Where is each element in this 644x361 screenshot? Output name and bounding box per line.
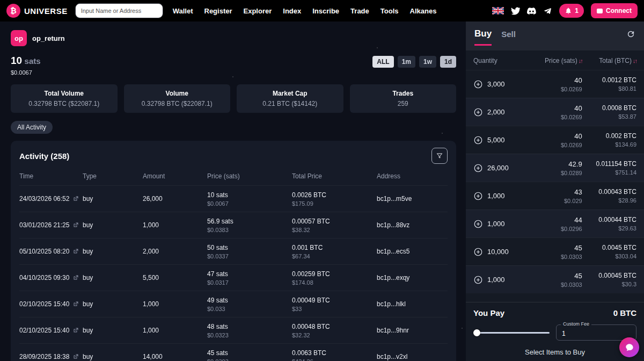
- external-link-icon[interactable]: [72, 222, 79, 228]
- nav-link-tools[interactable]: Tools: [380, 7, 399, 15]
- order-row[interactable]: 26,000 42.9$0.0289 0.011154 BTC$751.14: [466, 154, 644, 182]
- order-price: 43: [530, 188, 582, 196]
- you-pay-label: You Pay: [473, 308, 504, 317]
- activity-time: 02/10/2025 15:40: [19, 300, 69, 308]
- activity-type: buy: [83, 274, 143, 281]
- notification-badge[interactable]: 1: [559, 4, 584, 18]
- add-order-icon[interactable]: [473, 107, 483, 117]
- quantity-slider[interactable]: [473, 329, 550, 336]
- activity-amount: 14,000: [143, 353, 207, 360]
- activity-total: 0.001 BTC: [292, 244, 377, 251]
- all-activity-filter[interactable]: All Activity: [11, 121, 53, 134]
- add-order-icon[interactable]: [473, 163, 483, 173]
- order-price: 45: [530, 244, 582, 252]
- order-total-usd: $30.3: [582, 281, 636, 287]
- telegram-icon[interactable]: [543, 6, 552, 16]
- activity-address[interactable]: bc1p...ecs5: [377, 248, 448, 255]
- slider-track[interactable]: [473, 332, 550, 334]
- order-quantity: 1,000: [487, 276, 505, 284]
- order-quantity: 2,000: [487, 108, 505, 116]
- order-total: 0.00045 BTC: [582, 272, 636, 279]
- activity-type: buy: [83, 353, 143, 360]
- tab-sell[interactable]: Sell: [501, 28, 516, 39]
- external-link-icon[interactable]: [72, 353, 79, 360]
- search-input[interactable]: [75, 3, 163, 18]
- order-quantity: 26,000: [487, 164, 509, 172]
- activity-total-usd: $38.32: [292, 227, 377, 233]
- refresh-button[interactable]: [626, 28, 635, 40]
- timeframe-1w[interactable]: 1w: [419, 56, 436, 68]
- activity-address[interactable]: bc1p...88vz: [377, 221, 448, 229]
- add-order-icon[interactable]: [473, 191, 483, 201]
- external-link-icon[interactable]: [72, 301, 79, 307]
- chat-fab-button[interactable]: [619, 337, 639, 357]
- order-quantity: 1,000: [487, 220, 505, 228]
- connect-button[interactable]: Connect: [591, 3, 638, 18]
- notification-count: 1: [575, 7, 579, 15]
- order-total: 0.0008 BTC: [582, 104, 636, 112]
- tab-buy[interactable]: Buy: [474, 28, 492, 46]
- activity-type: buy: [83, 300, 143, 308]
- activity-price: 48 sats: [207, 323, 292, 330]
- activity-address[interactable]: bc1p...hlkl: [377, 300, 448, 308]
- stat-total-volume: Total Volume 0.32798 BTC ($22087.1): [11, 84, 118, 113]
- add-order-icon[interactable]: [473, 275, 483, 285]
- timeframe-all[interactable]: ALL: [372, 56, 393, 68]
- activity-total-usd: $175.09: [292, 200, 377, 207]
- nav-link-alkanes[interactable]: Alkanes: [410, 7, 437, 15]
- external-link-icon[interactable]: [72, 196, 79, 202]
- nav-link-explorer[interactable]: Explorer: [244, 7, 272, 15]
- external-link-icon[interactable]: [72, 275, 79, 281]
- activity-total: 0.00057 BTC: [292, 218, 377, 225]
- sort-total-icon[interactable]: ↓↑: [633, 57, 636, 64]
- order-price: 40: [530, 132, 582, 140]
- activity-total: 0.0026 BTC: [292, 191, 377, 199]
- order-row[interactable]: 2,000 40$0.0269 0.0008 BTC$53.87: [466, 98, 644, 126]
- order-row[interactable]: 1,000 44$0.0296 0.00044 BTC$29.63: [466, 210, 644, 237]
- activity-type: buy: [83, 248, 143, 255]
- filter-button[interactable]: [431, 148, 448, 164]
- external-link-icon[interactable]: [72, 248, 79, 255]
- nav-link-wallet[interactable]: Wallet: [173, 7, 193, 15]
- twitter-icon[interactable]: [511, 6, 520, 16]
- activity-total-usd: $67.34: [292, 253, 377, 259]
- order-row[interactable]: 1,000 43$0.029 0.00043 BTC$28.96: [466, 182, 644, 210]
- custom-fee-label: Custom Fee: [561, 321, 591, 327]
- order-price-usd: $0.0303: [530, 254, 582, 260]
- timeframe-1d[interactable]: 1d: [440, 56, 456, 68]
- activity-total-usd: $174.08: [292, 279, 377, 286]
- timeframe-1m[interactable]: 1m: [398, 56, 415, 68]
- add-order-icon[interactable]: [473, 80, 483, 89]
- brand[interactable]: ₿ UNIVERSE: [6, 4, 68, 18]
- nav-link-trade[interactable]: Trade: [350, 7, 369, 15]
- token-page: op op_return 10 sats $0.0067 ALL 1m 1w 1…: [0, 21, 466, 361]
- add-order-icon[interactable]: [473, 247, 483, 257]
- nav-link-index[interactable]: Index: [283, 7, 301, 15]
- order-row[interactable]: 3,000 40$0.0269 0.0012 BTC$80.81: [466, 70, 644, 98]
- order-row[interactable]: 10,000 45$0.0303 0.0045 BTC$303.04: [466, 237, 644, 265]
- slider-thumb[interactable]: [473, 329, 480, 336]
- stats-row: Total Volume 0.32798 BTC ($22087.1) Volu…: [11, 84, 456, 113]
- nav-link-inscribe[interactable]: Inscribe: [312, 7, 339, 15]
- add-order-icon[interactable]: [473, 219, 483, 229]
- navbar: ₿ UNIVERSE Wallet Register Explorer Inde…: [0, 0, 644, 21]
- language-flag-icon[interactable]: [492, 7, 504, 15]
- activity-address[interactable]: bc1p...exqy: [377, 274, 448, 281]
- custom-fee-input[interactable]: [562, 330, 631, 337]
- activity-price: 50 sats: [207, 244, 292, 251]
- activity-address[interactable]: bc1p...9hnr: [377, 327, 448, 334]
- activity-address[interactable]: bc1p...v2xl: [377, 353, 448, 360]
- order-quantity: 5,000: [487, 136, 505, 144]
- activity-title: Activity (258): [19, 151, 69, 161]
- external-link-icon[interactable]: [72, 327, 79, 334]
- discord-icon[interactable]: [527, 6, 536, 16]
- order-row[interactable]: 1,000 45$0.0303 0.00045 BTC$30.3: [466, 265, 644, 293]
- nav-link-register[interactable]: Register: [204, 7, 232, 15]
- add-order-icon[interactable]: [473, 135, 483, 145]
- activity-total: 0.00048 BTC: [292, 323, 377, 330]
- select-items-button[interactable]: Select Items to Buy: [473, 345, 636, 358]
- token-price: 10 sats $0.0067: [11, 55, 41, 76]
- sort-price-icon[interactable]: ↓↑: [579, 57, 582, 64]
- order-row[interactable]: 5,000 40$0.0269 0.002 BTC$134.69: [466, 126, 644, 154]
- activity-address[interactable]: bc1p...m5ve: [377, 195, 448, 203]
